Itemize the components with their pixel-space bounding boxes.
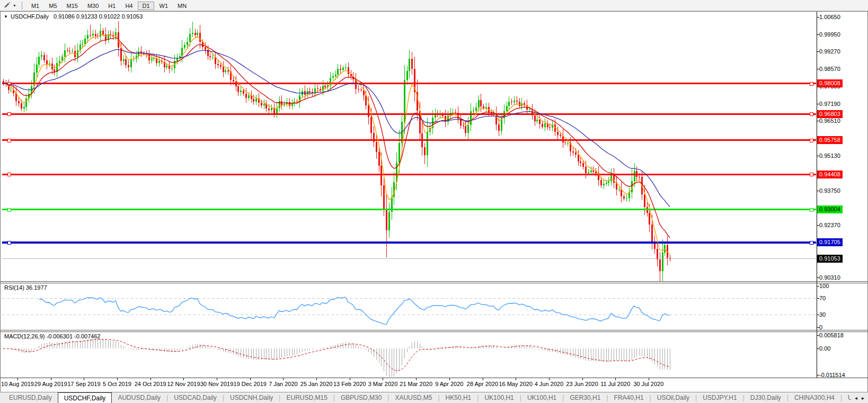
chart-tab-audusd-daily[interactable]: AUDUSD,Daily	[112, 392, 166, 403]
timeframe-button-m30[interactable]: M30	[83, 2, 103, 10]
toolbar-drag-handle[interactable]	[21, 2, 23, 9]
chart-tab-uk100-h1[interactable]: UK100,H1	[521, 392, 562, 403]
timeframe-button-m15[interactable]: M15	[63, 2, 82, 10]
toolbar: ▼ M1M5M15M30H1H4D1W1MN	[0, 0, 868, 11]
mt4-window: ▼ M1M5M15M30H1H4D1W1MN ▼USDCHF,Daily0.91…	[0, 0, 868, 403]
tabs-scroll-left-button[interactable]: ◂	[855, 395, 857, 401]
chart-tab-dj30-daily[interactable]: DJ30,Daily	[745, 392, 787, 403]
chart-tab-eurusd-m15[interactable]: EURUSD,M15	[280, 392, 333, 403]
timeframe-button-mn[interactable]: MN	[173, 2, 191, 10]
tabs-scroll-right-button[interactable]: ▸	[862, 395, 864, 401]
draw-tool-icon	[4, 1, 11, 10]
timeframe-button-m1[interactable]: M1	[27, 2, 43, 10]
timeframe-button-w1[interactable]: W1	[155, 2, 173, 10]
timeframe-button-d1[interactable]: D1	[138, 2, 154, 10]
chart-tab-gbpusd-m30[interactable]: GBPUSD,M30	[335, 392, 387, 403]
chart-tabs: EURUSD,DailyUSDCHF,DailyAUDUSD,Daily|USD…	[3, 392, 851, 403]
chart-tab-xauusd-m5[interactable]: XAUUSD,M5	[389, 392, 438, 403]
chart-tab-usoil-daily[interactable]: USOil,Daily	[651, 392, 695, 403]
chart-tab-ger30-h1[interactable]: GER30,H1	[564, 392, 606, 403]
chart-tab-hk50-h1[interactable]: HK50,H1	[440, 392, 477, 403]
timeframe-button-m5[interactable]: M5	[45, 2, 61, 10]
chart-tab-usdjpy-h1[interactable]: USDJPY,H1	[697, 392, 742, 403]
chart-tab-bar: EURUSD,DailyUSDCHF,DailyAUDUSD,Daily|USD…	[0, 392, 868, 403]
chart-tab-usdcnh-daily[interactable]: USDCNH,Daily	[224, 392, 279, 403]
tab-scroll-arrows: ◂ ▸	[851, 392, 868, 403]
chart-tab-uk100-h1[interactable]: UK100,H1	[479, 392, 519, 403]
chart-tab-usdcad-daily[interactable]: USDCAD,Daily	[168, 392, 223, 403]
timeframe-button-group: M1M5M15M30H1H4D1W1MN	[26, 1, 191, 10]
chevron-down-icon: ▼	[13, 4, 16, 7]
chart-tab-fra40-h1[interactable]: FRA40,H1	[608, 392, 650, 403]
chart-tab-usoil-h[interactable]: USOil,H	[842, 392, 851, 403]
timeframe-button-h1[interactable]: H1	[104, 2, 120, 10]
chart-tab-china300-h4[interactable]: CHINA300,H4	[789, 392, 840, 403]
chart-tab-eurusd-daily[interactable]: EURUSD,Daily	[3, 392, 58, 403]
chart-tab-usdchf-daily[interactable]: USDCHF,Daily	[58, 392, 112, 403]
draw-tool-button[interactable]: ▼	[2, 0, 19, 11]
timeframe-button-h4[interactable]: H4	[121, 2, 137, 10]
price-chart-plot[interactable]	[0, 0, 868, 403]
